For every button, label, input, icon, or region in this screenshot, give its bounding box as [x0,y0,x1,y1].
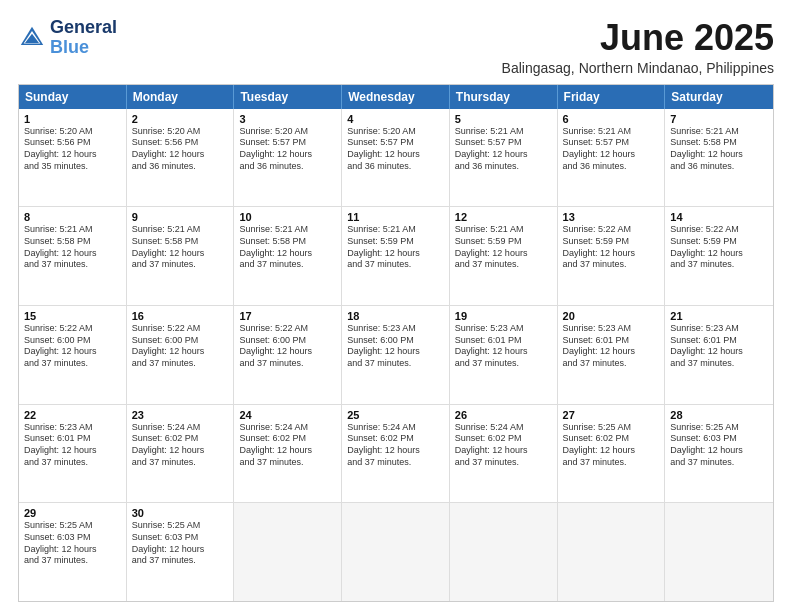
logo: General Blue [18,18,117,58]
table-row-empty [665,503,773,601]
week-row-1: 1 Sunrise: 5:20 AM Sunset: 5:56 PM Dayli… [19,109,773,208]
table-row: 8 Sunrise: 5:21 AM Sunset: 5:58 PM Dayli… [19,207,127,305]
calendar-header: Sunday Monday Tuesday Wednesday Thursday… [19,85,773,109]
table-row: 11 Sunrise: 5:21 AM Sunset: 5:59 PM Dayl… [342,207,450,305]
page: General Blue June 2025 Balingasag, North… [0,0,792,612]
table-row: 22 Sunrise: 5:23 AM Sunset: 6:01 PM Dayl… [19,405,127,503]
calendar: Sunday Monday Tuesday Wednesday Thursday… [18,84,774,602]
table-row: 5 Sunrise: 5:21 AM Sunset: 5:57 PM Dayli… [450,109,558,207]
week-row-4: 22 Sunrise: 5:23 AM Sunset: 6:01 PM Dayl… [19,405,773,504]
table-row: 4 Sunrise: 5:20 AM Sunset: 5:57 PM Dayli… [342,109,450,207]
logo-line2: Blue [50,37,89,57]
table-row: 27 Sunrise: 5:25 AM Sunset: 6:02 PM Dayl… [558,405,666,503]
table-row: 26 Sunrise: 5:24 AM Sunset: 6:02 PM Dayl… [450,405,558,503]
calendar-subtitle: Balingasag, Northern Mindanao, Philippin… [502,60,774,76]
week-row-3: 15 Sunrise: 5:22 AM Sunset: 6:00 PM Dayl… [19,306,773,405]
header-wednesday: Wednesday [342,85,450,109]
logo-icon [18,24,46,52]
table-row: 29 Sunrise: 5:25 AM Sunset: 6:03 PM Dayl… [19,503,127,601]
calendar-body: 1 Sunrise: 5:20 AM Sunset: 5:56 PM Dayli… [19,109,773,601]
header-thursday: Thursday [450,85,558,109]
table-row: 14 Sunrise: 5:22 AM Sunset: 5:59 PM Dayl… [665,207,773,305]
table-row: 1 Sunrise: 5:20 AM Sunset: 5:56 PM Dayli… [19,109,127,207]
title-block: June 2025 Balingasag, Northern Mindanao,… [502,18,774,76]
table-row: 20 Sunrise: 5:23 AM Sunset: 6:01 PM Dayl… [558,306,666,404]
table-row: 28 Sunrise: 5:25 AM Sunset: 6:03 PM Dayl… [665,405,773,503]
header-friday: Friday [558,85,666,109]
table-row: 23 Sunrise: 5:24 AM Sunset: 6:02 PM Dayl… [127,405,235,503]
table-row-empty [342,503,450,601]
table-row: 17 Sunrise: 5:22 AM Sunset: 6:00 PM Dayl… [234,306,342,404]
table-row: 9 Sunrise: 5:21 AM Sunset: 5:58 PM Dayli… [127,207,235,305]
table-row: 7 Sunrise: 5:21 AM Sunset: 5:58 PM Dayli… [665,109,773,207]
table-row: 16 Sunrise: 5:22 AM Sunset: 6:00 PM Dayl… [127,306,235,404]
table-row: 18 Sunrise: 5:23 AM Sunset: 6:00 PM Dayl… [342,306,450,404]
table-row: 10 Sunrise: 5:21 AM Sunset: 5:58 PM Dayl… [234,207,342,305]
table-row: 15 Sunrise: 5:22 AM Sunset: 6:00 PM Dayl… [19,306,127,404]
header-sunday: Sunday [19,85,127,109]
table-row: 19 Sunrise: 5:23 AM Sunset: 6:01 PM Dayl… [450,306,558,404]
table-row: 25 Sunrise: 5:24 AM Sunset: 6:02 PM Dayl… [342,405,450,503]
header-saturday: Saturday [665,85,773,109]
table-row: 2 Sunrise: 5:20 AM Sunset: 5:56 PM Dayli… [127,109,235,207]
table-row: 13 Sunrise: 5:22 AM Sunset: 5:59 PM Dayl… [558,207,666,305]
table-row: 6 Sunrise: 5:21 AM Sunset: 5:57 PM Dayli… [558,109,666,207]
logo-line1: General [50,18,117,38]
header-tuesday: Tuesday [234,85,342,109]
table-row-empty [558,503,666,601]
table-row-empty [450,503,558,601]
week-row-5: 29 Sunrise: 5:25 AM Sunset: 6:03 PM Dayl… [19,503,773,601]
table-row: 3 Sunrise: 5:20 AM Sunset: 5:57 PM Dayli… [234,109,342,207]
calendar-title: June 2025 [502,18,774,58]
table-row: 12 Sunrise: 5:21 AM Sunset: 5:59 PM Dayl… [450,207,558,305]
table-row-empty [234,503,342,601]
table-row: 24 Sunrise: 5:24 AM Sunset: 6:02 PM Dayl… [234,405,342,503]
logo-text: General Blue [50,18,117,58]
header-monday: Monday [127,85,235,109]
header: General Blue June 2025 Balingasag, North… [18,18,774,76]
week-row-2: 8 Sunrise: 5:21 AM Sunset: 5:58 PM Dayli… [19,207,773,306]
table-row: 30 Sunrise: 5:25 AM Sunset: 6:03 PM Dayl… [127,503,235,601]
table-row: 21 Sunrise: 5:23 AM Sunset: 6:01 PM Dayl… [665,306,773,404]
